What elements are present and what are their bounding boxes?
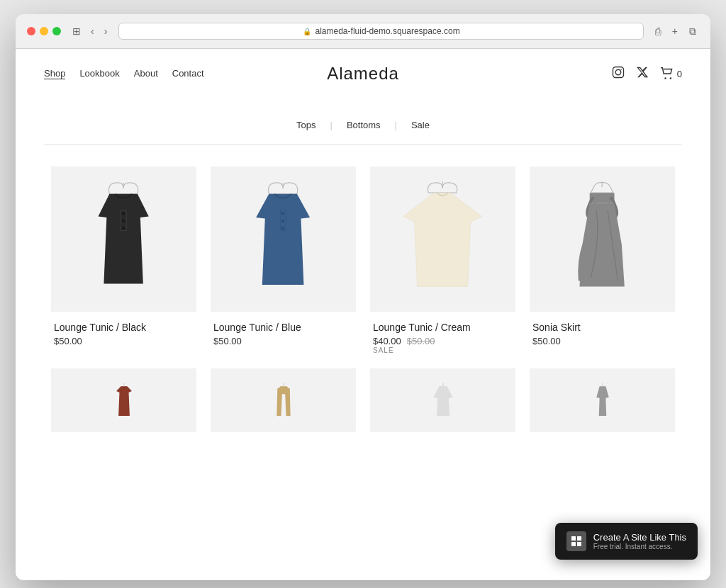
product-info-1: Lounge Tunic / Black $50.00 <box>51 322 196 346</box>
svg-point-7 <box>122 220 125 223</box>
product-price-2: $50.00 <box>213 336 353 346</box>
filter-bottoms[interactable]: Bottoms <box>333 120 395 130</box>
sale-price-3: $40.00 <box>373 336 401 346</box>
partial-product-4[interactable] <box>523 361 682 432</box>
browser-actions: ⎙ + ⧉ <box>652 24 699 39</box>
svg-rect-24 <box>571 542 576 546</box>
product-price-4: $50.00 <box>532 336 672 346</box>
price-value-1: $50.00 <box>54 336 82 346</box>
site-title: Alameda <box>327 64 399 84</box>
partial-image-3 <box>370 368 515 432</box>
partial-product-3[interactable] <box>363 361 523 432</box>
partial-product-2[interactable] <box>203 361 363 432</box>
nav-shop[interactable]: Shop <box>44 68 65 79</box>
price-value-2: $50.00 <box>213 336 242 346</box>
product-name-1: Lounge Tunic / Black <box>54 322 194 333</box>
svg-point-12 <box>281 220 285 223</box>
partial-image-2 <box>211 368 356 432</box>
product-card-2[interactable]: Lounge Tunic / Blue $50.00 <box>203 159 363 361</box>
product-image-cream-tunic <box>370 166 515 312</box>
product-image-black-tunic <box>51 166 196 312</box>
partial-image-1 <box>51 368 196 432</box>
twitter-icon[interactable] <box>636 66 649 81</box>
product-name-3: Lounge Tunic / Cream <box>373 322 513 333</box>
back-button[interactable]: ‹ <box>88 24 97 38</box>
product-card-3[interactable]: Lounge Tunic / Cream $40.00 $50.00 SALE <box>363 159 523 361</box>
banner-subtitle: Free trial. Instant access. <box>593 543 686 550</box>
svg-point-6 <box>122 212 125 215</box>
product-card-4[interactable]: Sonia Skirt $50.00 <box>523 159 682 361</box>
lock-icon: 🔒 <box>303 28 311 35</box>
squarespace-banner[interactable]: Create A Site Like This Free trial. Inst… <box>555 523 698 560</box>
svg-point-3 <box>664 77 666 79</box>
product-info-2: Lounge Tunic / Blue $50.00 <box>211 322 356 346</box>
partial-image-4 <box>530 368 675 432</box>
nav-right: 0 <box>363 66 682 81</box>
partial-product-1[interactable] <box>44 361 203 432</box>
product-card-1[interactable]: Lounge Tunic / Black $50.00 <box>44 159 203 361</box>
product-name-2: Lounge Tunic / Blue <box>213 322 353 333</box>
share-button[interactable]: ⎙ <box>652 24 664 38</box>
svg-rect-0 <box>613 67 623 78</box>
nav-about[interactable]: About <box>134 68 158 79</box>
product-price-3: $40.00 $50.00 <box>373 336 513 346</box>
minimize-button[interactable] <box>40 27 48 35</box>
windows-button[interactable]: ⧉ <box>686 24 699 39</box>
banner-text: Create A Site Like This Free trial. Inst… <box>593 532 686 550</box>
product-image-blue-tunic <box>211 166 356 312</box>
svg-point-11 <box>281 212 285 215</box>
product-name-4: Sonia Skirt <box>532 322 672 333</box>
sale-badge-3: SALE <box>373 346 513 354</box>
product-info-4: Sonia Skirt $50.00 <box>530 322 675 346</box>
cart-count: 0 <box>677 69 682 79</box>
instagram-icon[interactable] <box>612 66 625 81</box>
nav-contact[interactable]: Contact <box>172 68 204 79</box>
price-value-4: $50.00 <box>532 336 561 346</box>
svg-point-2 <box>620 69 622 70</box>
browser-controls: ⊞ ‹ › <box>69 24 110 38</box>
forward-button[interactable]: › <box>101 24 111 38</box>
new-tab-button[interactable]: + <box>669 24 681 38</box>
banner-title: Create A Site Like This <box>593 532 686 543</box>
maximize-button[interactable] <box>52 27 61 35</box>
close-button[interactable] <box>27 27 35 35</box>
filter-section: Tops | Bottoms | Sale <box>16 98 710 145</box>
url-text: alameda-fluid-demo.squarespace.com <box>315 26 460 36</box>
browser-window: ⊞ ‹ › 🔒 alameda-fluid-demo.squarespace.c… <box>16 14 710 580</box>
svg-point-13 <box>281 227 285 230</box>
original-price-3: $50.00 <box>407 336 435 346</box>
nav-lookbook[interactable]: Lookbook <box>79 68 119 79</box>
filter-tops[interactable]: Tops <box>282 120 330 130</box>
svg-rect-23 <box>577 536 581 541</box>
svg-point-1 <box>615 69 621 75</box>
cart-button[interactable]: 0 <box>660 67 682 80</box>
site-content: Shop Lookbook About Contact Alameda <box>16 49 710 580</box>
svg-point-4 <box>669 77 671 79</box>
product-grid-bottom <box>16 361 710 432</box>
filter-sale[interactable]: Sale <box>397 120 444 130</box>
svg-rect-25 <box>577 542 581 546</box>
svg-rect-22 <box>571 536 576 541</box>
product-image-skirt <box>530 166 675 312</box>
product-grid: Lounge Tunic / Black $50.00 <box>16 145 710 361</box>
address-bar[interactable]: 🔒 alameda-fluid-demo.squarespace.com <box>118 23 643 40</box>
sidebar-toggle[interactable]: ⊞ <box>69 24 84 38</box>
svg-point-8 <box>122 227 125 230</box>
product-price-1: $50.00 <box>54 336 194 346</box>
browser-chrome: ⊞ ‹ › 🔒 alameda-fluid-demo.squarespace.c… <box>16 14 710 49</box>
site-header: Shop Lookbook About Contact Alameda <box>16 49 710 98</box>
product-info-3: Lounge Tunic / Cream $40.00 $50.00 SALE <box>370 322 515 354</box>
traffic-lights <box>27 27 61 35</box>
squarespace-logo <box>566 531 586 551</box>
main-nav: Shop Lookbook About Contact <box>44 68 363 79</box>
